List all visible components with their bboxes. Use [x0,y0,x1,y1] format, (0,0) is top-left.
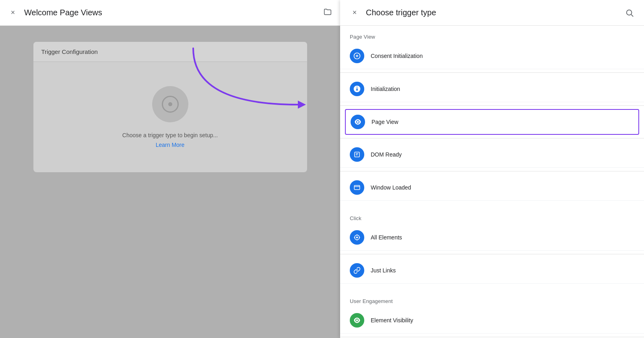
trigger-item-icon-window-loaded [350,180,364,195]
folder-icon[interactable] [323,7,332,18]
trigger-item-name-consent-initialization: Consent Initialization [371,53,423,59]
trigger-config-body: Choose a trigger type to begin setup... … [33,62,307,172]
trigger-item-name-just-links: Just Links [371,267,396,274]
trigger-config-card: Trigger Configuration Choose a trigger t… [33,42,307,172]
divider [340,171,644,171]
trigger-item-just-links[interactable]: Just Links [340,258,644,284]
trigger-item-name-page-view: Page View [372,119,398,125]
trigger-item-window-loaded[interactable]: Window Loaded [340,175,644,201]
divider [340,72,644,73]
trigger-item-icon-all-elements [350,230,364,245]
trigger-item-all-elements[interactable]: All Elements [340,225,644,251]
close-left-button[interactable]: × [8,8,18,18]
section-label-1: Click [340,207,644,225]
section-label-0: Page View [340,26,644,43]
section-1: ClickAll ElementsJust Links [340,207,644,290]
trigger-item-name-initialization: Initialization [371,86,400,92]
svg-point-11 [356,237,358,239]
trigger-item-page-view[interactable]: Page View [345,109,639,135]
left-panel: × Welcome Page Views Trigger Configurati… [0,0,340,338]
trigger-item-icon-just-links [350,263,364,278]
trigger-icon-inner [162,96,179,113]
divider [340,254,644,254]
trigger-item-icon-page-view [351,115,365,129]
trigger-item-icon-element-visibility [350,313,364,328]
svg-line-2 [631,14,633,16]
close-right-button[interactable]: × [350,8,359,18]
trigger-item-icon-initialization [350,82,364,96]
svg-point-1 [627,10,632,15]
trigger-config-header: Trigger Configuration [33,42,307,62]
right-header: × Choose trigger type [340,0,644,26]
section-0: Page ViewConsent InitializationInitializ… [340,26,644,207]
left-content: Trigger Configuration Choose a trigger t… [0,26,340,338]
trigger-icon-dot [168,102,172,106]
right-panel-title: Choose trigger type [366,8,625,17]
left-header: × Welcome Page Views [0,0,340,26]
trigger-item-name-dom-ready: DOM Ready [371,151,402,158]
search-icon[interactable] [625,8,634,18]
trigger-item-element-visibility[interactable]: Element Visibility [340,307,644,334]
right-content: Page ViewConsent InitializationInitializ… [340,26,644,338]
right-panel: × Choose trigger type Page ViewConsent I… [340,0,644,338]
divider [340,138,644,138]
svg-rect-9 [354,185,360,190]
trigger-item-name-window-loaded: Window Loaded [371,184,411,191]
section-label-2: User Engagement [340,290,644,307]
section-spacer [340,284,644,290]
trigger-icon-circle [152,86,188,122]
divider [340,337,644,337]
learn-more-link[interactable]: Learn More [156,142,185,148]
divider [340,105,644,106]
trigger-item-icon-dom-ready [350,147,364,162]
section-2: User EngagementElement VisibilityForm Su… [340,290,644,338]
trigger-item-name-element-visibility: Element Visibility [371,317,413,324]
page-title: Welcome Page Views [24,8,317,17]
trigger-item-consent-initialization[interactable]: Consent Initialization [340,43,644,69]
section-spacer [340,201,644,207]
trigger-setup-text: Choose a trigger type to begin setup... [122,132,218,138]
trigger-item-name-all-elements: All Elements [371,234,402,241]
trigger-item-dom-ready[interactable]: DOM Ready [340,142,644,168]
trigger-item-icon-consent-initialization [350,49,364,63]
trigger-item-initialization[interactable]: Initialization [340,76,644,102]
